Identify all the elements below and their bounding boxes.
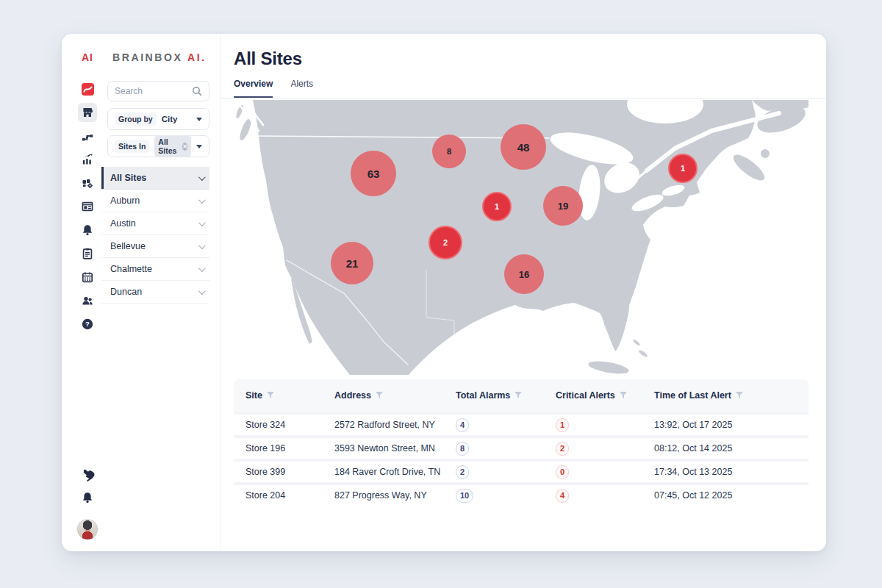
nav-help[interactable]: ? xyxy=(78,315,97,334)
site-group-all-sites[interactable]: All Sites xyxy=(101,167,209,190)
chevron-down-icon xyxy=(198,242,206,249)
site-group-label: Austin xyxy=(110,218,136,229)
help-icon: ? xyxy=(81,318,94,331)
site-group-label: Duncan xyxy=(110,287,142,297)
sites-in-chip[interactable]: All Sites✕ xyxy=(154,135,191,157)
col-label: Critical Alerts xyxy=(556,390,615,401)
search-input[interactable] xyxy=(115,86,192,96)
nav-reports[interactable] xyxy=(78,244,97,263)
critical-alerts-badge: 0 xyxy=(556,465,569,479)
page: { "brand": { "mark": "AI", "name": "BRAI… xyxy=(0,0,882,588)
map-bubble-8[interactable]: 8 xyxy=(432,135,466,168)
map-bubble-21[interactable]: 21 xyxy=(331,242,373,284)
site-group-chalmette[interactable]: Chalmette xyxy=(101,258,209,281)
cell-critical-alerts: 4 xyxy=(556,489,654,503)
total-alarms-badge: 4 xyxy=(456,418,469,432)
brainbox-logo-icon xyxy=(81,82,95,96)
filter-funnel-icon[interactable] xyxy=(514,392,522,399)
total-alarms-badge: 2 xyxy=(456,465,469,479)
col-label: Total Alarms xyxy=(456,390,510,401)
map-bubble-48[interactable]: 48 xyxy=(501,124,546,170)
filter-funnel-icon[interactable] xyxy=(736,392,743,399)
col-header-total-alarms[interactable]: Total Alarms xyxy=(456,390,556,401)
table-row-store-204[interactable]: Store 204 827 Progress Way, NY 10 4 07:4… xyxy=(234,482,808,506)
cell-last-alert: 07:45, Oct 12 2025 xyxy=(654,490,808,501)
sites-in-dropdown[interactable]: Sites In All Sites✕ xyxy=(107,135,209,157)
cursor-tool[interactable] xyxy=(78,465,97,484)
site-group-austin[interactable]: Austin xyxy=(101,212,209,235)
tab-overview[interactable]: Overview xyxy=(234,79,273,98)
cell-last-alert: 13:92, Oct 17 2025 xyxy=(654,420,808,430)
map-bubble-1[interactable]: 1 xyxy=(482,192,512,221)
cell-address: 827 Progress Way, NY xyxy=(334,490,456,501)
sites-in-chip-label: All Sites xyxy=(158,137,179,155)
cell-critical-alerts: 0 xyxy=(556,465,654,479)
map-bubble-19[interactable]: 19 xyxy=(543,186,583,226)
table-row-store-324[interactable]: Store 324 2572 Radford Street, NY 4 1 13… xyxy=(234,412,808,435)
main-content: All Sites Overview Alerts xyxy=(220,34,826,551)
group-by-dropdown[interactable]: Group by City xyxy=(107,108,209,130)
sites-table: Site Address Total Alarms Critical Alert… xyxy=(234,379,808,506)
hand-pointer-icon xyxy=(81,467,95,481)
chart-icon xyxy=(81,153,94,166)
nav-brainbox-home[interactable] xyxy=(78,79,97,98)
site-group-label: Chalmette xyxy=(110,264,152,274)
brand-name: BRAINBOX xyxy=(112,51,182,63)
nav-users[interactable] xyxy=(78,291,97,310)
chip-remove-icon[interactable]: ✕ xyxy=(182,143,188,151)
nav-notifications[interactable] xyxy=(78,220,97,240)
filter-funnel-icon[interactable] xyxy=(376,392,383,399)
bell-icon xyxy=(81,491,94,504)
col-label: Time of Last Alert xyxy=(654,390,731,401)
nav-equipment[interactable] xyxy=(78,173,97,193)
sites-in-label: Sites In xyxy=(115,140,149,153)
equipment-gear-icon xyxy=(81,176,94,190)
nav-flows[interactable] xyxy=(78,126,97,146)
search-box xyxy=(107,81,209,101)
filter-funnel-icon[interactable] xyxy=(267,392,274,399)
site-group-bellevue[interactable]: Bellevue xyxy=(101,235,209,258)
cell-site: Store 196 xyxy=(234,443,334,453)
search-icon xyxy=(192,86,202,96)
col-header-critical-alerts[interactable]: Critical Alerts xyxy=(556,390,654,401)
map-bubble-16[interactable]: 16 xyxy=(504,254,544,294)
site-group-list: All Sites Auburn Austin Bellevue Chalmet… xyxy=(101,167,209,304)
map-bubble-2[interactable]: 2 xyxy=(429,226,462,259)
user-avatar[interactable] xyxy=(77,519,98,539)
icon-rail: ? xyxy=(72,72,103,551)
map-bubble-layer: 63848119221161 xyxy=(234,100,808,375)
col-header-time-of-last-alert[interactable]: Time of Last Alert xyxy=(654,390,808,401)
flow-icon xyxy=(81,129,94,143)
table-header: Site Address Total Alarms Critical Alert… xyxy=(234,379,808,412)
cell-total-alarms: 10 xyxy=(456,489,556,503)
chevron-down-icon xyxy=(198,265,206,272)
map-bubble-1b[interactable]: 1 xyxy=(668,154,698,183)
sidebar-body: ? Group by City xyxy=(72,72,220,551)
nav-dashboard[interactable] xyxy=(78,197,97,216)
critical-alerts-badge: 2 xyxy=(556,442,569,456)
site-group-label: Auburn xyxy=(110,196,140,206)
table-row-store-196[interactable]: Store 196 3593 Newton Street, MN 8 2 08:… xyxy=(234,435,808,459)
cell-site: Store 204 xyxy=(234,490,334,501)
table-row-store-399[interactable]: Store 399 184 Raver Croft Drive, TN 2 0 … xyxy=(234,459,808,482)
filter-funnel-icon[interactable] xyxy=(620,392,627,399)
cell-total-alarms: 8 xyxy=(456,442,556,456)
nav-analytics[interactable] xyxy=(78,150,97,169)
site-group-auburn[interactable]: Auburn xyxy=(101,190,209,212)
nav-schedule[interactable] xyxy=(78,268,97,287)
svg-text:?: ? xyxy=(85,320,90,328)
chevron-down-icon xyxy=(196,118,202,121)
tab-alerts[interactable]: Alerts xyxy=(290,79,313,98)
col-header-site[interactable]: Site xyxy=(234,390,334,401)
window-icon xyxy=(81,200,94,213)
map-area: 63848119221161 xyxy=(234,98,808,376)
group-by-label: Group by xyxy=(115,112,157,126)
map-bubble-63[interactable]: 63 xyxy=(351,151,396,196)
nav-sites[interactable] xyxy=(78,103,97,122)
col-header-address[interactable]: Address xyxy=(334,390,456,401)
alerts-bell-bottom[interactable] xyxy=(78,488,97,507)
site-group-duncan[interactable]: Duncan xyxy=(101,281,209,304)
users-icon xyxy=(81,294,94,307)
sidebar: AI BRAINBOX AI. xyxy=(62,34,220,551)
cell-address: 2572 Radford Street, NY xyxy=(334,420,456,430)
